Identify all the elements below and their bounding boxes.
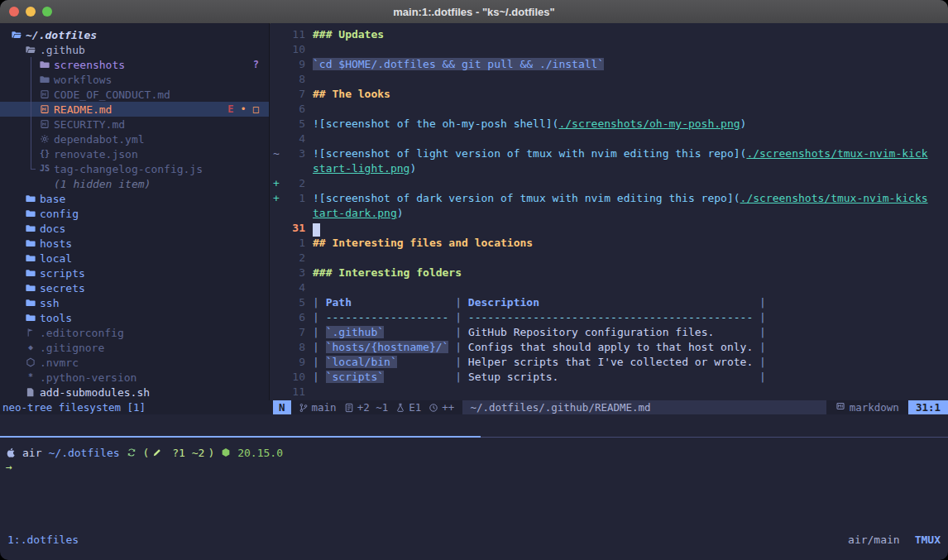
line-number: 3 [282,266,305,280]
tree-item[interactable]: JStag-changelog-config.js [0,161,269,176]
editor-line[interactable]: 6| ------------------- | ---------------… [271,310,948,325]
tree-item-label: docs [40,223,65,235]
tree-item-label: config [40,208,79,220]
node-version: 20.15.0 [237,447,283,459]
editor-line[interactable]: 10 [271,42,948,57]
buffer-icon [344,403,354,413]
tree-item[interactable]: (1 hidden item) [0,176,269,191]
line-number: 1 [282,236,305,251]
file-generic-icon [25,387,36,397]
line-text: | `hosts/{hostname}/` | Configs that sho… [313,340,766,355]
editor-line[interactable]: +2 [271,176,948,191]
tmux-pane-border[interactable] [481,437,948,438]
folder-open-icon [25,45,36,55]
tree-indent-guide-corner [31,169,36,170]
line-number: 8 [282,340,305,355]
editor-line[interactable]: 10| `scripts` | Setup scripts. | [271,370,948,385]
shell-pane[interactable]: air ~/.dotfiles ( ?1 ~2) 20.15.0 → [0,438,948,528]
line-text: | ------------------- | ----------------… [313,310,766,325]
minimize-button[interactable] [26,7,36,17]
tree-item[interactable]: ~/.dotfiles [0,27,269,42]
editor-line[interactable]: 5| Path | Description | [271,295,948,310]
git-status-marker: □ [253,103,259,115]
editor-line[interactable]: 7| `.github` | GitHub Repository configu… [271,325,948,340]
tree-item[interactable]: CODE_OF_CONDUCT.md [0,87,269,102]
gutter-sign [271,57,282,72]
editor-line[interactable]: 4 [271,132,948,146]
prompt-host: air [22,447,41,459]
file-md-icon [39,119,50,129]
line-number: 6 [282,310,305,325]
editor-line[interactable]: 8 [271,72,948,87]
line-number: 7 [282,325,305,340]
editor-line[interactable]: 3### Interesting folders [271,266,948,280]
neotree-sidebar[interactable]: ~/.dotfiles.githubscreenshots?workflowsC… [0,23,270,400]
tree-item[interactable]: .github [0,42,269,57]
tree-item[interactable]: base [0,191,269,206]
tree-item[interactable]: README.mdE•□ [0,102,269,117]
tree-item[interactable]: SECURITY.md [0,117,269,132]
tree-item[interactable]: .editorconfig [0,325,269,340]
folder-closed-icon [25,313,36,323]
editor-line[interactable]: 31 [271,221,948,236]
editor-line[interactable]: 11### Updates [271,27,948,42]
tree-item[interactable]: ◆.gitignore [0,340,269,355]
file-md-icon [39,104,50,114]
git-branch-segment: main [299,400,337,414]
tree-item[interactable]: local [0,251,269,266]
tree-item[interactable]: workflows [0,72,269,87]
tree-item[interactable]: tools [0,310,269,325]
line-text: start-light.png) [313,161,416,176]
line-text: | Path | Description | [313,295,766,310]
line-text: tart-dark.png) [313,206,404,221]
editor-line[interactable]: 1## Interesting files and locations [271,236,948,251]
tree-item-label: README.md [54,103,112,116]
editor-line[interactable]: 7## The looks [271,87,948,102]
prompt-arrow: → [0,460,948,475]
line-number: 1 [282,191,305,206]
tree-item[interactable]: *.python-version [0,370,269,385]
line-text: | `local/bin` | Helper scripts that I've… [313,355,766,370]
editor-line[interactable]: 5![screenshot of the oh-my-posh shell](.… [271,117,948,132]
tree-item[interactable]: screenshots? [0,57,269,72]
tree-item[interactable]: docs [0,221,269,236]
editor-line[interactable]: 4 [271,280,948,295]
line-number: 8 [282,72,305,87]
tree-item[interactable]: {}renovate.json [0,146,269,161]
tree-indent-guide [31,57,31,170]
line-number: 11 [282,27,305,42]
tree-item[interactable]: secrets [0,280,269,295]
editor-line[interactable]: ~3![screenshot of light version of tmux … [271,146,948,161]
tree-item-label: tools [40,312,72,324]
tree-item[interactable]: .nvmrc [0,355,269,370]
editor-pane[interactable]: 11### Updates109`cd $HOME/.dotfiles && g… [271,23,948,400]
editor-line[interactable]: +1![screenshot of dark version of tmux w… [271,191,948,206]
editor-line[interactable]: tart-dark.png) [271,206,948,221]
editor-line[interactable]: 9`cd $HOME/.dotfiles && git pull && ./in… [271,57,948,72]
line-number: 9 [282,57,305,72]
line-text: ## The looks [313,87,390,102]
editor-line[interactable]: 9| `local/bin` | Helper scripts that I'v… [271,355,948,370]
editor-line[interactable]: start-light.png) [271,161,948,176]
titlebar[interactable]: main:1:.dotfiles - "ks~/.dotfiles" [0,0,948,24]
close-button[interactable] [9,7,19,17]
zoom-button[interactable] [42,7,52,17]
tree-item[interactable]: ssh [0,295,269,310]
tree-item[interactable]: config [0,206,269,221]
statusline: neo-tree filesystem [1] N main +2 ~1 E1 … [0,400,948,414]
editor-line[interactable]: 6 [271,102,948,117]
folder-closed-icon [25,253,36,263]
tree-item-label: hosts [40,237,72,250]
tree-item[interactable]: scripts [0,266,269,280]
tree-item[interactable]: add-submodules.sh [0,385,269,400]
tree-item[interactable]: hosts [0,236,269,251]
gutter-sign [271,236,282,251]
git-status-marker: ? [253,59,259,70]
editor-line[interactable]: 2 [271,251,948,266]
editor-line[interactable]: 11 [271,385,948,400]
tmux-window-tab[interactable]: 1:.dotfiles [7,534,79,546]
editor-line[interactable]: 8| `hosts/{hostname}/` | Configs that sh… [271,340,948,355]
git-status-marker: • [241,103,247,115]
tree-item[interactable]: dependabot.yml [0,132,269,146]
tmux-pane-border-active[interactable] [0,436,481,438]
